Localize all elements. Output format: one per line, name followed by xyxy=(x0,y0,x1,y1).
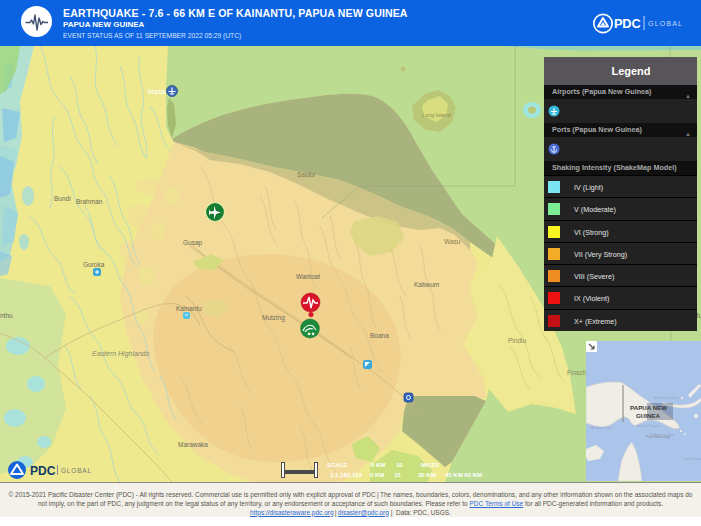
svg-text:Long Island: Long Island xyxy=(422,112,451,118)
svg-text:GLOBAL: GLOBAL xyxy=(61,467,92,474)
svg-text:Wantoat: Wantoat xyxy=(296,273,320,280)
svg-text:0 KM: 0 KM xyxy=(370,472,384,478)
svg-text:Port Moresby: Port Moresby xyxy=(646,434,670,439)
svg-text:Kainantu: Kainantu xyxy=(176,305,202,312)
svg-text:45 KM 60 KM: 45 KM 60 KM xyxy=(445,472,482,478)
svg-text:PDC: PDC xyxy=(614,16,640,31)
svg-text:Brahman: Brahman xyxy=(76,198,103,205)
svg-text:Gusap: Gusap xyxy=(183,239,203,247)
svg-text:Boana: Boana xyxy=(370,332,389,339)
svg-text:Mutzing: Mutzing xyxy=(262,314,285,322)
svg-text:15: 15 xyxy=(394,472,401,478)
svg-text:Kabwum: Kabwum xyxy=(414,281,439,288)
svg-text:Bundi: Bundi xyxy=(54,195,71,202)
svg-text:Gulf of Papua: Gulf of Papua xyxy=(636,423,661,428)
svg-text:0 KM: 0 KM xyxy=(371,462,385,468)
svg-text:Bismarck Sea: Bismarck Sea xyxy=(654,395,679,400)
svg-text:Coral Sea: Coral Sea xyxy=(683,456,701,461)
svg-text:GUINEA: GUINEA xyxy=(636,412,661,419)
svg-text:GLOBAL: GLOBAL xyxy=(648,20,683,27)
svg-text:Pindiu: Pindiu xyxy=(508,337,526,344)
svg-text:Eastern Highlands: Eastern Highlands xyxy=(92,350,150,358)
svg-text:Arafura Sea: Arafura Sea xyxy=(591,425,613,430)
svg-text:SCALE: SCALE xyxy=(327,462,347,468)
svg-text:Marawaka: Marawaka xyxy=(178,441,208,448)
svg-text:PAPUA NEW: PAPUA NEW xyxy=(630,404,667,411)
svg-text:Goroka: Goroka xyxy=(83,261,105,268)
svg-text:30 KM: 30 KM xyxy=(418,472,436,478)
svg-text:PDC: PDC xyxy=(30,464,56,478)
svg-text:10: 10 xyxy=(396,462,403,468)
svg-text:Wasu: Wasu xyxy=(444,238,461,245)
svg-text:Saidor: Saidor xyxy=(297,171,317,178)
svg-text:nthu: nthu xyxy=(0,312,13,319)
svg-text:1:1,182,152: 1:1,182,152 xyxy=(330,472,363,478)
svg-text:MILES: MILES xyxy=(421,462,439,468)
